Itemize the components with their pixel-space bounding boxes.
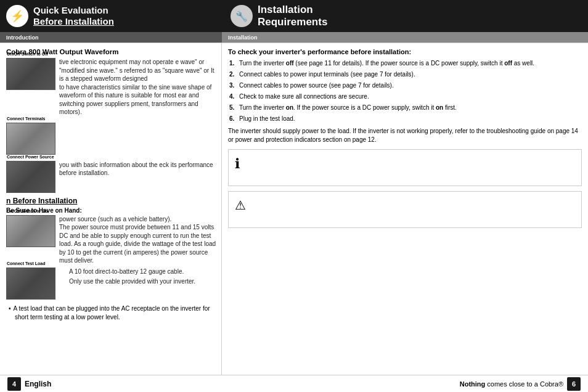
block1: On/Off Switch to Off tive electronic equ… [6, 58, 218, 116]
block4-item1: The power source must provide between 11… [59, 224, 216, 264]
block5-text: A 10 foot direct-to-battery 12 gauge cab… [59, 267, 195, 287]
left-column: Cobra 800 Watt Output Waveform On/Off Sw… [0, 43, 222, 375]
tab-introduction: Introduction [0, 32, 222, 43]
tab-labels: Introduction Installation [0, 32, 588, 43]
warning-icon: ⚠ [235, 198, 246, 213]
step-2-text: Connect cables to power input terminals … [239, 70, 415, 79]
installation-icon: 🔧 [231, 5, 253, 27]
thumb-connect-test-load: Connect Test Load [6, 267, 55, 300]
block2: Connect Terminals [6, 123, 218, 155]
cable-note: Only use the cable provided with your in… [69, 277, 195, 286]
step-4-text: Check to make sure all connections are s… [239, 92, 369, 101]
quick-eval-icon: ⚡ [6, 5, 28, 27]
steps-list: 1. Turn the inverter off (see page 11 fo… [228, 59, 582, 123]
block3-text: you with basic information about the eck… [59, 161, 218, 178]
footer-tagline: Nothing comes close to a Cobra® [460, 380, 563, 388]
footer-right: Nothing comes close to a Cobra® 6 [460, 377, 581, 391]
step-6-text: Plug in the test load. [239, 115, 295, 123]
right-note: The inverter should supply power to the … [228, 127, 582, 144]
page-title-right: Installation Requirements [258, 4, 327, 29]
page-title-left: Quick Evaluation Before Installation [33, 5, 114, 27]
bullet-test-load: A test load that can be plugged into the… [15, 304, 218, 322]
notice-box-warning: ⚠ [228, 191, 582, 228]
block4: On/Off Switch to On power source (such a… [6, 215, 218, 265]
main-content: Cobra 800 Watt Output Waveform On/Off Sw… [0, 43, 588, 375]
tab-installation: Installation [222, 32, 588, 43]
info-icon: ℹ [235, 156, 240, 172]
step-1-text: Turn the inverter off (see page 11 for d… [239, 59, 534, 68]
notice-box-info: ℹ [228, 149, 582, 186]
step-2: 2. Connect cables to power input termina… [228, 70, 582, 79]
cable-item: A 10 foot direct-to-battery 12 gauge cab… [69, 267, 195, 276]
subsection-title: n Before Installation [6, 197, 218, 205]
header-left: ⚡ Quick Evaluation Before Installation [0, 0, 222, 32]
block3: Connect Power Source you with basic info… [6, 161, 218, 193]
language-label: English [25, 380, 51, 388]
page-number-right: 6 [567, 377, 581, 391]
right-column: To check your inverter's performance bef… [222, 43, 588, 375]
step-3: 3. Connect cables to power source (see p… [228, 81, 582, 90]
step-5-text: Turn the inverter on. If the power sourc… [239, 104, 457, 112]
header: ⚡ Quick Evaluation Before Installation 🔧… [0, 0, 588, 32]
step-5: 5. Turn the inverter on. If the power so… [228, 104, 582, 112]
step-3-text: Connect cables to power source (see page… [239, 81, 394, 90]
step-1: 1. Turn the inverter off (see page 11 fo… [228, 59, 582, 68]
thumb-connect-power: Connect Power Source [6, 161, 55, 193]
thumb-connect-terminals: Connect Terminals [6, 123, 55, 155]
step-4: 4. Check to make sure all connections ar… [228, 92, 582, 101]
step-6: 6. Plug in the test load. [228, 115, 582, 123]
footer: 4 English Nothing comes close to a Cobra… [0, 375, 588, 392]
header-left-title: Quick Evaluation Before Installation [33, 5, 114, 27]
check-title: To check your inverter's performance bef… [228, 48, 582, 55]
block4-text: power source (such as a vehicle battery)… [59, 215, 218, 265]
page-number-left: 4 [7, 377, 21, 391]
block1-text: tive electronic equipment may not operat… [59, 58, 218, 116]
header-right-title: Installation Requirements [258, 4, 327, 29]
thumb-onoff-on: On/Off Switch to On [6, 215, 55, 247]
block5: Connect Test Load A 10 foot direct-to-ba… [6, 267, 218, 300]
thumb-onoff-off: On/Off Switch to Off [6, 58, 55, 90]
footer-left: 4 English [7, 377, 51, 391]
header-right: 🔧 Installation Requirements [224, 0, 588, 32]
tagline-bold: Nothing [460, 380, 486, 388]
